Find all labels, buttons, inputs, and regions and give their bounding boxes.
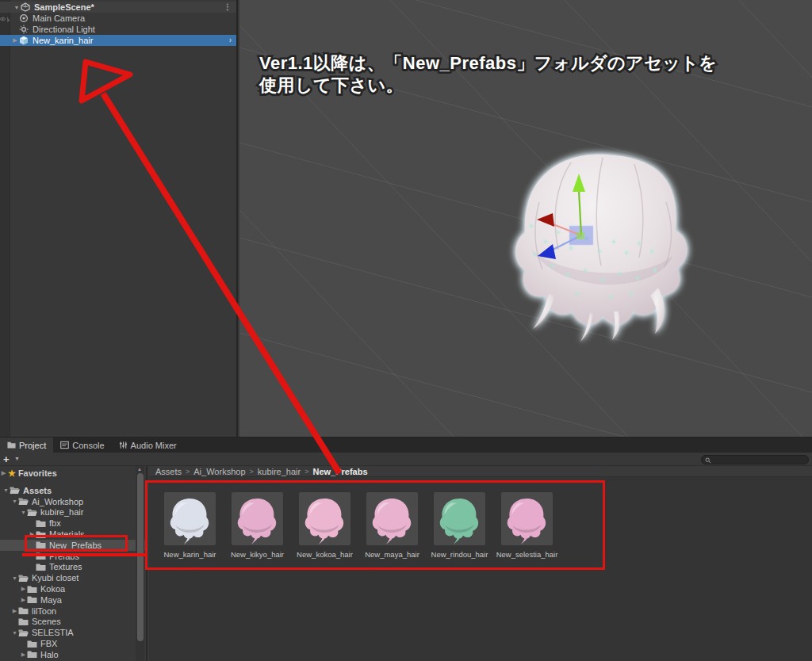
open-folder-icon xyxy=(18,574,29,583)
tree-folder-fbx[interactable]: FBX xyxy=(0,638,136,649)
tree-folder-materials[interactable]: ▶Materials xyxy=(0,529,136,540)
scroll-up-icon[interactable]: ▲ xyxy=(137,467,142,472)
hierarchy-item-new-karin-hair[interactable]: ▶New_karin_hair› xyxy=(0,35,236,46)
asset-tile-new-rindou-hair[interactable] xyxy=(434,492,485,545)
breadcrumb-separator-icon: > xyxy=(304,468,308,476)
tree-folder-label: fbx xyxy=(49,518,61,528)
search-icon xyxy=(705,457,711,464)
tree-folder-assets[interactable]: ▼Assets xyxy=(0,485,136,496)
expand-arrow-icon[interactable]: ▶ xyxy=(11,37,19,44)
project-panel: ProjectConsoleAudio Mixer + ▼ ▶ ★ Favori… xyxy=(0,437,812,661)
project-content: ▶ ★ Favorites ▼Assets▼Ai_Workshop▼kubire… xyxy=(0,466,812,661)
breadcrumb-item-new-prefabs[interactable]: New_Prefabs xyxy=(312,467,367,476)
hair-model-3d[interactable] xyxy=(476,131,730,353)
tree-folder-prefabs[interactable]: Prefabs xyxy=(0,551,136,562)
create-asset-caret-icon[interactable]: ▼ xyxy=(14,456,20,461)
asset-tile-new-kokoa-hair[interactable] xyxy=(299,492,350,545)
tree-collapse-icon[interactable]: ▼ xyxy=(11,499,18,504)
tree-folder-scenes[interactable]: Scenes xyxy=(0,617,136,628)
tree-folder-new-prefabs[interactable]: New_Prefabs xyxy=(0,540,136,551)
tree-folder-halo[interactable]: ▶Halo xyxy=(0,649,136,660)
prefab-chevron-icon[interactable]: › xyxy=(229,35,232,46)
tree-collapse-icon[interactable]: ▼ xyxy=(2,487,10,493)
tree-folder-label: Kokoa xyxy=(40,584,65,594)
hierarchy-rows: ▼ SampleScene* ⋮ Main CameraDirectional … xyxy=(0,2,236,46)
asset-browser-pane: Assets>Ai_Workshop>kubire_hair>New_Prefa… xyxy=(149,466,812,661)
tree-folder-kubire-hair[interactable]: ▼kubire_hair xyxy=(0,507,136,518)
tree-folder-label: FBX xyxy=(40,639,57,648)
scene-name: SampleScene* xyxy=(34,2,94,12)
asset-tile-new-karin-hair[interactable] xyxy=(164,492,216,545)
open-folder-icon xyxy=(18,629,29,637)
hierarchy-item-directional-light[interactable]: Directional Light xyxy=(0,24,236,35)
hierarchy-item-label: Directional Light xyxy=(33,25,95,34)
collapse-arrow-icon[interactable]: ▼ xyxy=(13,5,21,10)
scrollbar-thumb[interactable] xyxy=(137,473,144,641)
prefab-icon xyxy=(19,36,29,45)
tab-label: Console xyxy=(72,441,104,450)
scene-viewport[interactable]: Ver1.1以降は、「New_Prefabs」フォルダのアセットを 使用して下さ… xyxy=(239,0,812,437)
tree-folder-label: Scenes xyxy=(32,617,61,626)
tree-folder-label: Prefabs xyxy=(49,552,79,561)
hair-thumbnail xyxy=(232,492,283,545)
tab-label: Audio Mixer xyxy=(131,441,177,450)
bottom-tab-bar: ProjectConsoleAudio Mixer xyxy=(0,437,812,453)
tree-folder-label: New_Prefabs xyxy=(49,541,102,550)
tab-project[interactable]: Project xyxy=(0,437,53,453)
tree-folder-kokoa[interactable]: ▶Kokoa xyxy=(0,583,136,594)
tree-expand-icon[interactable]: ▶ xyxy=(20,597,27,603)
kebab-menu-icon[interactable]: ⋮ xyxy=(224,2,232,13)
tree-folder-fbx[interactable]: fbx xyxy=(0,518,136,529)
folder-icon xyxy=(18,606,29,615)
tree-folder-label: Textures xyxy=(49,562,82,571)
search-input[interactable] xyxy=(713,456,805,464)
tree-collapse-icon[interactable]: ▼ xyxy=(11,630,18,636)
tab-audio-mixer[interactable]: Audio Mixer xyxy=(112,437,184,453)
light-icon xyxy=(19,25,29,34)
open-folder-icon xyxy=(18,497,29,506)
tree-folder-ai-workshop[interactable]: ▼Ai_Workshop xyxy=(0,496,136,507)
asset-tile-new-maya-hair[interactable] xyxy=(366,492,418,545)
project-search-box[interactable] xyxy=(701,455,809,464)
annotation-line-2: 使用して下さい。 xyxy=(259,75,717,97)
annotation-line-1: Ver1.1以降は、「New_Prefabs」フォルダのアセットを xyxy=(259,52,717,75)
folder-icon xyxy=(7,441,16,449)
tree-folder-kyubi-closet[interactable]: ▼Kyubi closet xyxy=(0,572,136,583)
hair-thumbnail xyxy=(434,492,485,545)
tree-scrollbar[interactable]: ▲ xyxy=(136,466,144,661)
favorites-collapse-icon[interactable]: ▶ xyxy=(0,470,7,476)
hierarchy-item-main-camera[interactable]: Main Camera xyxy=(0,13,236,24)
tab-label: Project xyxy=(19,441,46,450)
breadcrumb-separator-icon: > xyxy=(250,468,254,476)
breadcrumb-item-kubire-hair[interactable]: kubire_hair xyxy=(258,467,301,476)
tree-collapse-icon[interactable]: ▼ xyxy=(11,575,18,581)
breadcrumb-item-assets[interactable]: Assets xyxy=(155,467,182,476)
tree-collapse-icon[interactable]: ▼ xyxy=(20,510,27,515)
tree-folder-textures[interactable]: Textures xyxy=(0,562,136,573)
asset-tile-new-selestia-hair[interactable] xyxy=(501,492,553,545)
tree-folder-maya[interactable]: ▶Maya xyxy=(0,594,136,606)
tree-expand-icon[interactable]: ▶ xyxy=(20,586,27,592)
favorites-label: Favorites xyxy=(18,468,57,478)
unity-scene-icon xyxy=(21,2,31,12)
tree-folder-label: Ai_Workshop xyxy=(32,497,83,506)
tree-expand-icon[interactable]: ▶ xyxy=(11,608,18,614)
gizmo-center-handle[interactable] xyxy=(576,232,584,239)
tree-expand-icon[interactable]: ▶ xyxy=(29,531,36,537)
folder-icon xyxy=(36,541,47,549)
hierarchy-scene-row[interactable]: ▼ SampleScene* ⋮ xyxy=(0,2,236,13)
tree-folder-selestia[interactable]: ▼SELESTIA xyxy=(0,627,136,638)
camera-icon xyxy=(19,13,29,23)
breadcrumb-item-ai-workshop[interactable]: Ai_Workshop xyxy=(193,467,245,476)
tree-folder-liltoon[interactable]: ▶lilToon xyxy=(0,606,136,617)
tab-console[interactable]: Console xyxy=(53,437,111,453)
open-folder-icon xyxy=(10,486,21,495)
hierarchy-panel: ▼ SampleScene* ⋮ Main CameraDirectional … xyxy=(0,0,238,437)
tree-expand-icon[interactable]: ▶ xyxy=(20,651,27,658)
folder-tree: ▼Assets▼Ai_Workshop▼kubire_hairfbx▶Mater… xyxy=(0,485,136,661)
asset-tile-new-kikyo-hair[interactable] xyxy=(232,492,283,545)
project-toolbar: + ▼ xyxy=(0,453,812,466)
tree-folder-label: kubire_hair xyxy=(40,507,83,517)
create-asset-button[interactable]: + xyxy=(3,453,10,465)
favorites-section[interactable]: ▶ ★ Favorites xyxy=(0,468,57,479)
